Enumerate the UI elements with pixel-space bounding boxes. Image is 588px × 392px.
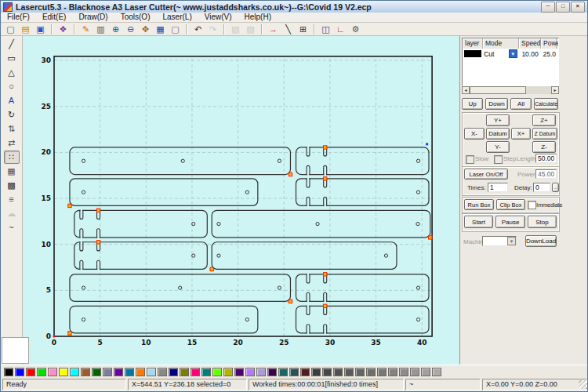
slow-checkbox[interactable] (466, 155, 474, 164)
pan-icon[interactable]: ✥ (138, 23, 153, 36)
menu-tools[interactable]: Tools(O) (114, 13, 157, 22)
delay-more-button[interactable]: ... (552, 183, 559, 192)
laser-on-off-button[interactable]: Laser On/Off (464, 169, 508, 180)
y-minus-button[interactable]: Y- (486, 141, 510, 153)
menu-draw[interactable]: Draw(D) (72, 13, 114, 22)
palette-color[interactable] (432, 368, 441, 376)
machine-combo[interactable]: ▼ (482, 236, 517, 246)
spline-tool-icon[interactable]: ~ (4, 221, 20, 234)
palette-color[interactable] (180, 368, 189, 376)
stop-button[interactable]: Stop (528, 216, 557, 228)
fill-blue-icon[interactable]: ▦ (153, 23, 168, 36)
palette-color[interactable] (125, 368, 134, 376)
palette-color[interactable] (59, 368, 68, 376)
close-button[interactable]: ✕ (571, 2, 585, 13)
palette-color[interactable] (333, 368, 343, 376)
palette-color[interactable] (37, 368, 46, 376)
palette-color[interactable] (344, 368, 354, 376)
palette-color[interactable] (355, 368, 365, 376)
palette-color[interactable] (201, 368, 211, 376)
palette-color[interactable] (377, 368, 387, 376)
cut-part[interactable] (70, 147, 292, 176)
palette-color[interactable] (366, 368, 376, 376)
zoom-in-icon[interactable]: ⊕ (108, 23, 123, 36)
layer-color-swatch[interactable] (464, 50, 481, 57)
power-field[interactable] (535, 169, 557, 179)
simulate-icon[interactable]: ⚙ (348, 23, 363, 36)
palette-color[interactable] (114, 368, 123, 376)
menu-view[interactable]: View(V) (198, 13, 238, 22)
palette-color[interactable] (223, 368, 233, 376)
palette-color[interactable] (169, 368, 178, 376)
cut-part[interactable] (74, 241, 207, 270)
scrollbar-thumb[interactable] (470, 86, 526, 94)
layer-row[interactable]: Cut ▼ 10.00 25.0 (463, 49, 558, 59)
palette-color[interactable] (289, 368, 299, 376)
minimize-button[interactable]: ─ (541, 2, 555, 13)
palette-color[interactable] (147, 368, 156, 376)
cut-part[interactable] (68, 306, 258, 335)
palette-color[interactable] (136, 368, 145, 376)
maximize-button[interactable]: □ (556, 2, 570, 13)
palette-color[interactable] (70, 368, 79, 376)
palette-color[interactable] (410, 368, 419, 376)
palette-color[interactable] (26, 368, 35, 376)
new-icon[interactable]: ▢ (3, 23, 18, 36)
zoom-out-icon[interactable]: ⊖ (123, 23, 138, 36)
step-checkbox[interactable] (494, 155, 503, 164)
x-plus-button[interactable]: X+ (511, 128, 531, 140)
delay-field[interactable] (533, 183, 550, 192)
ellipse-tool-icon[interactable]: ○ (4, 80, 20, 93)
laser-path-icon[interactable]: → (266, 23, 281, 36)
palette-color[interactable] (278, 368, 288, 376)
cut-line-icon[interactable]: ╲ (281, 23, 296, 36)
open-icon[interactable]: ▤ (18, 23, 33, 36)
calculate-button[interactable]: Calculate (534, 98, 558, 110)
palette-color[interactable] (388, 368, 397, 376)
scroll-right-icon[interactable]: ► (551, 86, 559, 94)
z-plus-button[interactable]: Z+ (532, 114, 556, 126)
rectangle-tool-icon[interactable]: ▭ (4, 52, 20, 65)
mode-dropdown-icon[interactable]: ▼ (509, 49, 517, 58)
frame-icon[interactable]: ▢ (168, 23, 183, 36)
palette-color[interactable] (300, 368, 310, 376)
array-copy-tool-icon[interactable]: ▦ (4, 165, 20, 178)
immediate-checkbox[interactable] (528, 201, 536, 209)
measure-icon[interactable]: ∟ (333, 23, 348, 36)
palette-color[interactable] (4, 368, 13, 376)
length-field[interactable] (535, 154, 557, 163)
palette-color[interactable] (212, 368, 222, 376)
palette-color[interactable] (399, 368, 408, 376)
times-field[interactable] (488, 183, 508, 192)
menu-file[interactable]: File(F) (1, 13, 36, 22)
menu-edit[interactable]: Edit(E) (36, 13, 73, 22)
palette-color[interactable] (256, 368, 266, 376)
hatch-tool-icon[interactable]: ▩ (4, 179, 20, 192)
cut-part[interactable] (296, 143, 428, 175)
layer-table[interactable]: layerModeSpeedPower Cut ▼ 10.00 25.0 (462, 38, 559, 86)
cut-part[interactable] (70, 274, 292, 303)
palette-color[interactable] (81, 368, 90, 376)
clip-box-button[interactable]: Clip Box (496, 199, 525, 210)
palette-color[interactable] (103, 368, 112, 376)
cut-part[interactable] (74, 209, 207, 238)
layer-table-scrollbar[interactable]: ◄ ► (462, 86, 559, 94)
polygon-tool-icon[interactable]: △ (4, 66, 20, 79)
mirror-vertical-tool-icon[interactable]: ⇅ (4, 122, 20, 136)
undo-icon[interactable]: ↶ (191, 23, 205, 36)
palette-color[interactable] (15, 368, 24, 376)
save-icon[interactable]: ▣ (33, 23, 48, 36)
y-plus-button[interactable]: Y+ (486, 114, 510, 126)
menu-laser[interactable]: Laser(L) (156, 13, 198, 22)
text-tool-icon[interactable]: A (4, 94, 20, 107)
cut-part[interactable] (296, 273, 428, 302)
machine-dropdown-icon[interactable]: ▼ (507, 237, 516, 245)
cut-part[interactable] (296, 304, 428, 333)
down-button[interactable]: Down (485, 98, 508, 110)
resize-grip[interactable] (579, 380, 587, 389)
pause-button[interactable]: Pause (495, 216, 525, 228)
all-button[interactable]: All (510, 98, 532, 110)
palette-color[interactable] (92, 368, 101, 376)
palette-color[interactable] (191, 368, 200, 376)
z-minus-button[interactable]: Z- (532, 141, 556, 153)
